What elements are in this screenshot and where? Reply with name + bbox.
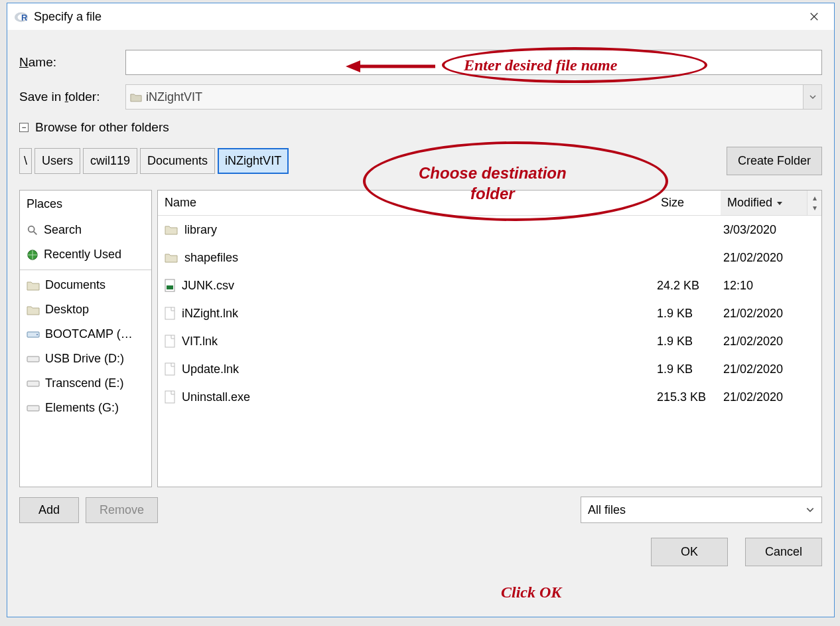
browse-expander[interactable]: − Browse for other folders — [19, 120, 822, 135]
svg-point-10 — [36, 334, 38, 335]
file-modified: 21/02/2020 — [721, 307, 807, 321]
places-search[interactable]: Search — [20, 218, 151, 242]
expander-label: Browse for other folders — [35, 120, 169, 135]
scrollbar[interactable]: ▴ ▾ — [807, 191, 821, 215]
svg-rect-20 — [165, 391, 175, 403]
annotation-click-ok: Click OK — [501, 584, 561, 601]
dialog-buttons-row: OK Cancel — [19, 538, 822, 566]
breadcrumb-root[interactable]: \ — [19, 148, 32, 174]
window-title: Specify a file — [34, 10, 102, 24]
places-documents[interactable]: Documents — [20, 273, 151, 297]
csv-icon — [165, 279, 175, 292]
file-icon — [165, 335, 175, 348]
svg-rect-19 — [165, 363, 175, 375]
ok-button[interactable]: OK — [651, 538, 728, 566]
col-size[interactable]: Size — [654, 191, 721, 215]
breadcrumb-user[interactable]: cwil119 — [83, 148, 137, 174]
breadcrumb-users[interactable]: Users — [35, 148, 80, 174]
column-headers: Name Size Modified ▴ ▾ — [158, 191, 821, 216]
folder-icon — [27, 305, 40, 315]
sort-desc-icon — [776, 200, 783, 206]
file-rows: library3/03/2020shapefiles21/02/2020JUNK… — [158, 216, 821, 411]
folder-icon — [165, 224, 178, 235]
breadcrumb-current[interactable]: iNZightVIT — [218, 148, 289, 174]
breadcrumb-documents[interactable]: Documents — [140, 148, 215, 174]
file-name: Update.lnk — [182, 362, 239, 376]
breadcrumb-row: \ Users cwil119 Documents iNZightVIT Cre… — [19, 147, 822, 175]
file-dialog-window: R Specify a file Name: Save in folder: i… — [7, 3, 835, 617]
svg-marker-14 — [777, 202, 782, 205]
titlebar: R Specify a file — [7, 3, 834, 30]
file-name: VIT.lnk — [182, 335, 218, 349]
file-name: Uninstall.exe — [182, 390, 250, 404]
file-row[interactable]: iNZight.lnk1.9 KB21/02/2020 — [158, 299, 821, 327]
svg-rect-11 — [27, 356, 39, 362]
add-button[interactable]: Add — [19, 497, 79, 523]
scroll-down-icon: ▾ — [813, 203, 817, 212]
file-name: iNZight.lnk — [182, 307, 238, 321]
file-area: Places Search Recently Used Documents De… — [19, 190, 822, 487]
file-modified: 3/03/2020 — [721, 223, 807, 237]
svg-text:R: R — [21, 13, 27, 23]
chevron-down-icon — [805, 505, 815, 514]
save-in-row: Save in folder: iNZightVIT — [19, 84, 822, 110]
col-name[interactable]: Name — [158, 191, 654, 215]
places-separator — [20, 270, 151, 270]
file-icon — [165, 362, 175, 376]
places-transcend-e[interactable]: Transcend (E:) — [20, 371, 151, 396]
file-row[interactable]: JUNK.csv24.2 KB12:10 — [158, 272, 821, 299]
file-size: 1.9 KB — [654, 307, 721, 321]
file-name: shapefiles — [184, 251, 238, 265]
col-modified[interactable]: Modified — [721, 191, 807, 215]
file-row[interactable]: Update.lnk1.9 KB21/02/2020 — [158, 355, 821, 383]
file-modified: 21/02/2020 — [721, 335, 807, 349]
file-name: JUNK.csv — [182, 279, 234, 293]
save-in-label: Save in folder: — [19, 90, 125, 104]
places-usb-d[interactable]: USB Drive (D:) — [20, 347, 151, 371]
folder-icon — [130, 92, 142, 102]
close-button[interactable] — [801, 5, 827, 29]
file-size: 1.9 KB — [654, 335, 721, 349]
places-panel: Places Search Recently Used Documents De… — [19, 190, 152, 487]
file-row[interactable]: Uninstall.exe215.3 KB21/02/2020 — [158, 383, 821, 411]
places-elements-g[interactable]: Elements (G:) — [20, 396, 151, 420]
places-buttons-row: Add Remove All files — [19, 497, 822, 523]
places-bootcamp[interactable]: BOOTCAMP (… — [20, 322, 151, 347]
svg-rect-17 — [165, 307, 175, 319]
dialog-content: Name: Save in folder: iNZightVIT − Brows… — [7, 30, 834, 574]
filename-input[interactable] — [125, 50, 822, 75]
file-listing: Name Size Modified ▴ ▾ library3/03/2020s… — [157, 190, 822, 487]
recent-icon — [27, 249, 38, 261]
create-folder-button[interactable]: Create Folder — [727, 147, 822, 175]
save-in-folder-name: iNZightVIT — [146, 90, 202, 104]
file-icon — [165, 307, 175, 320]
folder-icon — [27, 280, 40, 291]
file-size: 215.3 KB — [654, 390, 721, 404]
cancel-button[interactable]: Cancel — [745, 538, 822, 566]
remove-button: Remove — [86, 497, 158, 523]
places-header: Places — [20, 191, 151, 218]
file-icon — [165, 390, 175, 404]
save-in-folder: iNZightVIT — [125, 84, 804, 110]
save-in-dropdown[interactable] — [804, 84, 822, 110]
svg-line-6 — [34, 231, 37, 234]
file-modified: 21/02/2020 — [721, 251, 807, 265]
file-row[interactable]: library3/03/2020 — [158, 216, 821, 244]
search-icon — [27, 224, 38, 236]
file-size: 24.2 KB — [654, 279, 721, 293]
places-recent[interactable]: Recently Used — [20, 242, 151, 267]
chevron-down-icon — [809, 93, 817, 101]
drive-icon — [27, 355, 40, 363]
drive-icon — [27, 404, 40, 412]
svg-rect-12 — [27, 381, 39, 386]
places-desktop[interactable]: Desktop — [20, 297, 151, 322]
file-name: library — [184, 223, 217, 237]
file-type-filter[interactable]: All files — [581, 497, 822, 523]
drive-icon — [27, 380, 40, 388]
file-row[interactable]: VIT.lnk1.9 KB21/02/2020 — [158, 327, 821, 355]
file-size: 1.9 KB — [654, 362, 721, 376]
folder-icon — [165, 252, 178, 263]
file-row[interactable]: shapefiles21/02/2020 — [158, 244, 821, 272]
file-modified: 12:10 — [721, 279, 807, 293]
svg-rect-13 — [27, 406, 39, 411]
